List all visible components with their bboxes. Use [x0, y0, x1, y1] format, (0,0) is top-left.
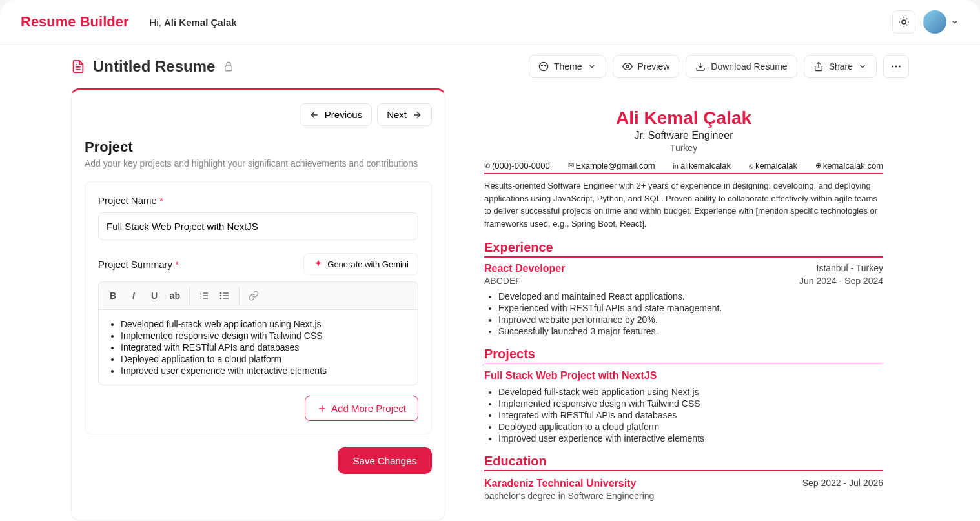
- light-mode-toggle[interactable]: [892, 10, 915, 34]
- more-horizontal-icon: [890, 61, 902, 72]
- download-button[interactable]: Download Resume: [686, 55, 797, 78]
- palette-icon: [538, 61, 549, 72]
- contact-site: ⊕kemalcalak.com: [815, 161, 883, 170]
- summary-editor[interactable]: Developed full-stack web application usi…: [98, 309, 418, 385]
- svg-point-2: [539, 62, 547, 70]
- link-button[interactable]: [245, 287, 263, 304]
- list-item: Experienced with RESTful APIs and state …: [498, 303, 883, 313]
- plus-icon: [317, 404, 327, 414]
- download-label: Download Resume: [711, 61, 787, 72]
- share-button[interactable]: Share: [804, 55, 877, 78]
- list-item: Improved user experience with interactiv…: [498, 433, 883, 444]
- app-logo[interactable]: Resume Builder: [21, 14, 129, 30]
- svg-point-16: [220, 295, 221, 296]
- job-title: React Developer: [484, 263, 565, 274]
- list-item: Developed full-stack web application usi…: [498, 387, 883, 397]
- job-company: ABCDEF: [484, 276, 521, 286]
- education-heading: Education: [484, 454, 883, 469]
- add-more-project-button[interactable]: Add More Project: [305, 396, 418, 421]
- editor-bullet: Improved user experience with interactiv…: [121, 365, 409, 376]
- list-item: Deployed application to a cloud platform: [498, 422, 883, 432]
- list-item: Successfully launched 3 major features.: [498, 326, 883, 336]
- preview-location: Turkey: [484, 143, 883, 153]
- svg-point-0: [902, 20, 906, 24]
- list-item: Implemented responsive design with Tailw…: [498, 398, 883, 409]
- document-icon: [71, 59, 85, 74]
- editor-bullet: Integrated with RESTful APIs and databas…: [121, 342, 409, 352]
- download-icon: [695, 61, 706, 72]
- next-button[interactable]: Next: [377, 103, 432, 126]
- resume-preview: Ali Kemal Çalak Jr. Software Engineer Tu…: [458, 88, 909, 520]
- link-icon: [249, 291, 259, 301]
- share-label: Share: [829, 61, 853, 72]
- svg-point-5: [626, 65, 629, 68]
- greeting-text: Hi, Ali Kemal Çalak: [150, 17, 237, 28]
- preview-button[interactable]: Preview: [613, 55, 680, 78]
- project-bullets: Developed full-stack web application usi…: [484, 387, 883, 444]
- section-description: Add your key projects and highlight your…: [85, 158, 432, 169]
- project-name-label: Project Name *: [98, 195, 418, 206]
- list-ordered-icon: [199, 291, 209, 301]
- required-asterisk: *: [159, 195, 163, 206]
- editor-bullet: Deployed application to a cloud platform: [121, 354, 409, 364]
- strike-button[interactable]: ab: [166, 287, 184, 304]
- svg-point-6: [892, 66, 893, 68]
- preview-summary: Results-oriented Software Engineer with …: [484, 179, 883, 230]
- svg-point-15: [220, 292, 221, 293]
- projects-heading: Projects: [484, 347, 883, 362]
- project-name-input[interactable]: [98, 212, 418, 240]
- section-title: Project: [85, 139, 432, 156]
- greeting-name: Ali Kemal Çalak: [164, 17, 237, 28]
- contact-phone: ✆(000)-000-0000: [484, 161, 550, 170]
- theme-label: Theme: [554, 61, 582, 72]
- generate-gemini-button[interactable]: Generate with Gemini: [303, 253, 418, 275]
- required-asterisk: *: [175, 259, 179, 270]
- contact-row: ✆(000)-000-0000 ✉Example@gmail.com inali…: [484, 161, 883, 170]
- theme-button[interactable]: Theme: [529, 55, 606, 78]
- experience-heading: Experience: [484, 240, 883, 255]
- user-avatar: [923, 10, 946, 34]
- editor-bullet: Developed full-stack web application usi…: [121, 319, 409, 329]
- editor-panel: Previous Next Project Add your key proje…: [71, 88, 445, 520]
- github-icon: ⎋: [749, 162, 753, 170]
- svg-point-4: [545, 65, 546, 66]
- lock-icon: [223, 61, 234, 72]
- summary-label-text: Project Summary: [98, 259, 172, 270]
- sun-icon: [898, 16, 910, 28]
- svg-point-7: [895, 66, 897, 68]
- more-button[interactable]: [883, 55, 909, 78]
- user-menu[interactable]: [923, 10, 959, 34]
- bullet-list-button[interactable]: [216, 287, 234, 304]
- job-bullets: Developed and maintained React applicati…: [484, 291, 883, 336]
- svg-rect-1: [225, 66, 232, 71]
- sparkle-icon: [313, 259, 323, 269]
- bold-button[interactable]: B: [104, 287, 122, 304]
- contact-linkedin: inalikemalcalak: [673, 161, 731, 170]
- list-item: Improved website performance by 20%.: [498, 314, 883, 325]
- previous-button[interactable]: Previous: [300, 103, 372, 126]
- editor-bullet: Implemented responsive design with Tailw…: [121, 331, 409, 341]
- save-button[interactable]: Save Changes: [338, 447, 432, 474]
- italic-button[interactable]: I: [125, 287, 143, 304]
- project-title: Full Stack Web Project with NextJS: [484, 370, 883, 382]
- greeting-prefix: Hi,: [150, 17, 161, 28]
- chevron-down-icon: [858, 62, 867, 71]
- mail-icon: ✉: [568, 161, 574, 170]
- share-icon: [813, 61, 824, 72]
- list-item: Developed and maintained React applicati…: [498, 291, 883, 301]
- list-bullet-icon: [219, 291, 230, 301]
- ordered-list-button[interactable]: [195, 287, 213, 304]
- job-dates: Jun 2024 - Sep 2024: [799, 276, 883, 286]
- preview-name: Ali Kemal Çalak: [484, 108, 883, 128]
- richtext-toolbar: B I U ab: [98, 281, 418, 309]
- phone-icon: ✆: [484, 161, 490, 170]
- preview-label: Preview: [638, 61, 670, 72]
- gemini-label: Generate with Gemini: [327, 260, 409, 269]
- linkedin-icon: in: [673, 162, 679, 170]
- chevron-down-icon: [587, 62, 597, 71]
- underline-button[interactable]: U: [145, 287, 163, 304]
- resume-title[interactable]: Untitled Resume: [93, 57, 215, 76]
- svg-point-8: [899, 66, 901, 68]
- svg-point-17: [220, 298, 221, 298]
- edu-degree: bachelor's degree in Software Engineerin…: [484, 491, 883, 501]
